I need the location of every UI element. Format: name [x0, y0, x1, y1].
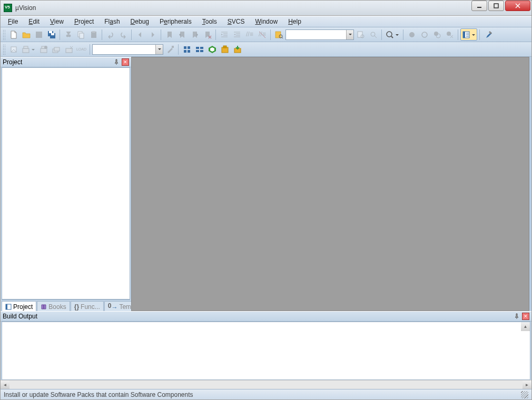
- breakpoint-disable-all-button[interactable]: [431, 28, 443, 41]
- tab-books-label: Books: [48, 303, 66, 311]
- find-next-button[interactable]: [354, 28, 367, 41]
- target-combo[interactable]: [92, 44, 163, 55]
- batch-build-button[interactable]: [50, 43, 62, 55]
- paste-button[interactable]: [87, 28, 100, 41]
- build-button[interactable]: [20, 43, 37, 55]
- separator: [102, 29, 102, 40]
- svg-rect-34: [188, 50, 190, 53]
- build-output-hscrollbar[interactable]: ◄ ►: [1, 380, 531, 389]
- svg-rect-38: [200, 50, 203, 52]
- configure-button[interactable]: [482, 28, 494, 41]
- nav-forward-button[interactable]: [146, 28, 159, 41]
- build-output-titlebar: Build Output ✕: [1, 311, 531, 322]
- bookmark-toggle-button[interactable]: [163, 28, 175, 41]
- panel-close-button[interactable]: ✕: [522, 313, 529, 320]
- svg-point-17: [436, 34, 440, 38]
- manage-rte-button[interactable]: [206, 43, 218, 55]
- bookmark-next-button[interactable]: [189, 28, 201, 41]
- menu-svcs[interactable]: SVCS: [223, 17, 249, 26]
- pin-icon[interactable]: [514, 313, 520, 319]
- menu-view[interactable]: View: [46, 17, 68, 26]
- find-combo[interactable]: [285, 29, 354, 40]
- svg-point-14: [409, 32, 415, 37]
- scroll-left-arrow[interactable]: ◄: [1, 381, 9, 389]
- download-label: LOAD: [76, 47, 86, 52]
- target-combo-arrow[interactable]: [155, 45, 163, 54]
- scroll-up-arrow[interactable]: ▲: [521, 322, 530, 331]
- debug-button[interactable]: [384, 28, 401, 41]
- editor-area[interactable]: [131, 57, 529, 311]
- pack-installer-button[interactable]: [231, 43, 243, 55]
- download-button[interactable]: LOAD: [75, 43, 87, 55]
- select-packs-button[interactable]: [219, 43, 231, 55]
- copy-button[interactable]: [75, 28, 87, 41]
- svg-rect-31: [184, 46, 186, 49]
- project-panel-title: Project: [3, 58, 22, 66]
- breakpoint-kill-all-button[interactable]: [444, 28, 456, 41]
- find-combo-arrow[interactable]: [346, 30, 353, 39]
- menu-peripherals[interactable]: Peripherals: [155, 17, 196, 26]
- open-file-button[interactable]: [20, 28, 32, 41]
- nav-back-button[interactable]: [134, 28, 146, 41]
- redo-button[interactable]: [117, 28, 129, 41]
- comment-button[interactable]: //≡: [243, 28, 255, 41]
- save-button[interactable]: [33, 28, 45, 41]
- file-extensions-button[interactable]: [181, 43, 193, 55]
- close-button[interactable]: [505, 1, 530, 11]
- maximize-button[interactable]: [488, 1, 504, 11]
- templates-tab-icon: 0→: [108, 302, 118, 311]
- rebuild-button[interactable]: [37, 43, 50, 55]
- uncomment-button[interactable]: //≡: [256, 28, 268, 41]
- minimize-button[interactable]: [471, 1, 487, 11]
- resize-grip[interactable]: [521, 391, 528, 398]
- svg-rect-22: [23, 48, 29, 53]
- menu-window[interactable]: Window: [251, 17, 282, 26]
- menu-debug[interactable]: Debug: [126, 17, 153, 26]
- svg-rect-1: [494, 4, 498, 8]
- breakpoint-insert-button[interactable]: [406, 28, 418, 41]
- svg-rect-28: [54, 47, 60, 51]
- separator: [479, 29, 480, 40]
- manage-multi-project-button[interactable]: [193, 43, 205, 55]
- unindent-button[interactable]: [231, 28, 243, 41]
- incremental-find-button[interactable]: [367, 28, 379, 41]
- svg-point-15: [422, 32, 427, 37]
- indent-button[interactable]: [218, 28, 230, 41]
- panel-close-button[interactable]: ✕: [122, 58, 129, 66]
- separator: [458, 29, 458, 40]
- build-output-body[interactable]: ▲: [2, 322, 530, 380]
- tab-books[interactable]: Books: [37, 301, 70, 312]
- undo-button[interactable]: [104, 28, 116, 41]
- menu-help[interactable]: Help: [284, 17, 306, 26]
- toolbar-grip[interactable]: [3, 44, 6, 55]
- bookmark-clear-button[interactable]: [201, 28, 213, 41]
- svg-rect-24: [41, 48, 47, 53]
- new-file-button[interactable]: [7, 28, 19, 41]
- menu-tools[interactable]: Tools: [198, 17, 221, 26]
- tab-project[interactable]: Project: [2, 301, 36, 312]
- titlebar: µVision: [0, 0, 532, 16]
- tab-functions[interactable]: {} Func...: [71, 301, 104, 312]
- pin-icon[interactable]: [113, 59, 120, 65]
- breakpoint-enable-button[interactable]: [418, 28, 430, 41]
- save-all-button[interactable]: [45, 28, 57, 41]
- separator: [381, 29, 382, 40]
- svg-point-18: [447, 32, 451, 36]
- menu-project[interactable]: Project: [70, 17, 98, 26]
- find-in-files-button[interactable]: [273, 28, 285, 41]
- project-tree[interactable]: [2, 67, 130, 299]
- menu-file[interactable]: File: [4, 17, 22, 26]
- target-options-button[interactable]: [164, 43, 176, 55]
- cut-button[interactable]: [62, 28, 74, 41]
- svg-rect-30: [172, 46, 174, 48]
- stop-build-button[interactable]: [63, 43, 75, 55]
- scroll-right-arrow[interactable]: ►: [523, 381, 531, 389]
- translate-button[interactable]: [7, 43, 19, 55]
- toolbar-grip[interactable]: [3, 29, 6, 40]
- menu-flash[interactable]: Flash: [100, 17, 124, 26]
- window-layout-button[interactable]: [460, 28, 477, 41]
- menu-edit[interactable]: Edit: [24, 17, 44, 26]
- project-panel-tabs: Project Books {} Func... 0→ Temp...: [2, 299, 130, 311]
- bookmark-prev-button[interactable]: [176, 28, 188, 41]
- project-tab-icon: [5, 304, 12, 310]
